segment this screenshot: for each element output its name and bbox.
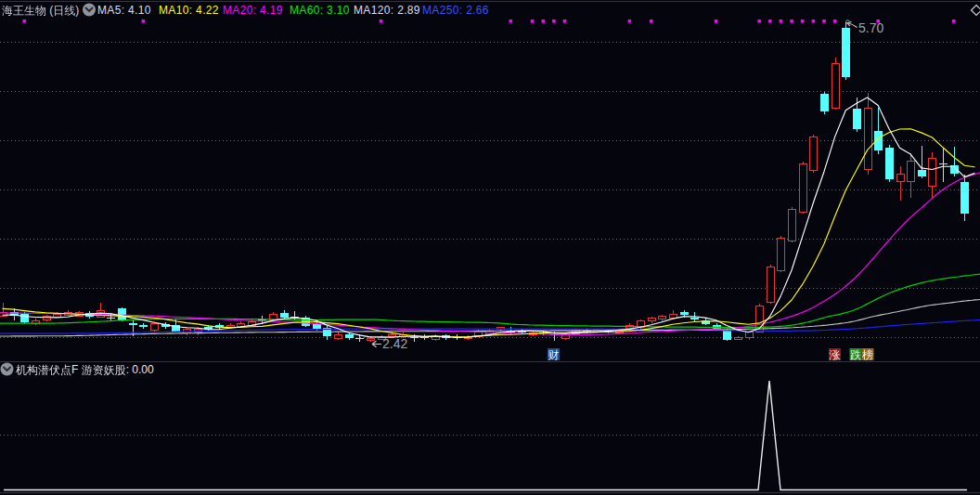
svg-text:(: ( bbox=[49, 4, 53, 17]
svg-text:MA250: 2.66: MA250: 2.66 bbox=[422, 4, 489, 17]
svg-text:MA60: 3.10: MA60: 3.10 bbox=[290, 4, 350, 17]
svg-text:MA20: 4.19: MA20: 4.19 bbox=[223, 4, 283, 17]
svg-text:2.42: 2.42 bbox=[382, 336, 407, 351]
svg-text:0.00: 0.00 bbox=[132, 363, 154, 376]
svg-text:5.70: 5.70 bbox=[858, 20, 883, 35]
svg-text:): ) bbox=[75, 4, 79, 17]
svg-text:MA5: 4.10: MA5: 4.10 bbox=[97, 4, 151, 17]
svg-text:MA120: 2.89: MA120: 2.89 bbox=[354, 4, 420, 17]
svg-text:F: F bbox=[71, 363, 78, 376]
svg-text:MA10: 4.22: MA10: 4.22 bbox=[159, 4, 219, 17]
svg-text::: : bbox=[126, 363, 129, 376]
